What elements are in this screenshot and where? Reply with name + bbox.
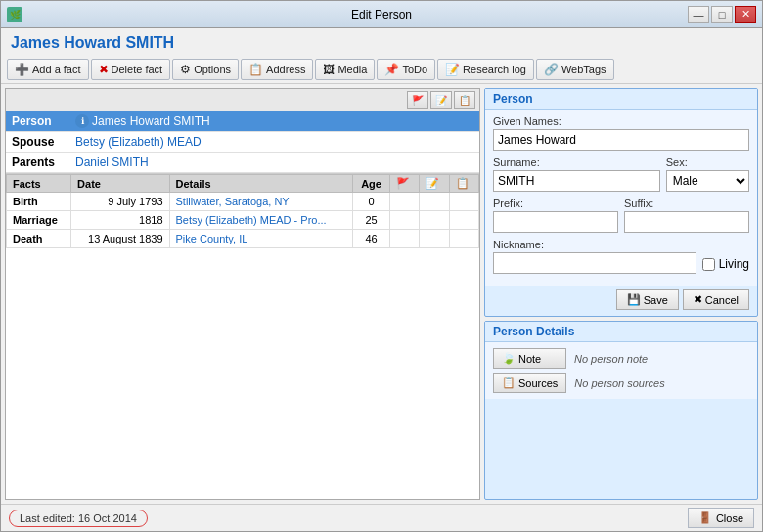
cancel-icon: ✖ — [694, 293, 702, 306]
close-footer-icon: 🚪 — [698, 511, 712, 524]
col-src: 📋 — [449, 175, 478, 193]
webtags-label: WebTags — [561, 64, 606, 75]
media-icon: 🖼 — [323, 63, 335, 76]
fact-age-death: 46 — [353, 230, 390, 248]
parents-value: Daniel SMITH — [75, 155, 149, 169]
options-button[interactable]: ⚙ Options — [172, 59, 239, 80]
living-label: Living — [719, 257, 749, 271]
suffix-input[interactable] — [624, 211, 749, 233]
fact-date-birth: 9 July 1793 — [71, 193, 169, 211]
maximize-button[interactable]: □ — [711, 6, 733, 23]
fact-date-marriage: 1818 — [71, 211, 169, 230]
research-log-button[interactable]: 📝 Research log — [437, 59, 534, 80]
research-log-label: Research log — [463, 64, 526, 75]
col-facts: Facts — [7, 175, 71, 193]
fact-flag-death — [390, 230, 420, 248]
window-title: Edit Person — [351, 8, 412, 22]
sources-button[interactable]: 📋 Sources — [493, 373, 566, 393]
note-label: Note — [518, 353, 541, 365]
main-content: 🚩 📝 📋 Person ℹ James Howard SMITH Spouse… — [1, 84, 762, 504]
surname-input[interactable] — [493, 170, 660, 192]
sources-row: 📋 Sources No person sources — [493, 373, 749, 393]
prefix-label: Prefix: — [493, 198, 618, 209]
delete-fact-label: Delete fact — [112, 64, 163, 75]
person-panel-header: Person — [485, 89, 757, 110]
address-label: Address — [266, 64, 305, 75]
source-mini-button[interactable]: 📋 — [454, 91, 475, 109]
fact-name-birth: Birth — [7, 193, 71, 211]
todo-button[interactable]: 📌 ToDo — [377, 59, 435, 80]
status-bar: Last edited: 16 Oct 2014 🚪 Close — [1, 504, 762, 531]
save-button[interactable]: 💾 Save — [616, 289, 679, 310]
fact-age-birth: 0 — [353, 193, 390, 211]
minimize-button[interactable]: — — [688, 6, 709, 23]
cancel-button[interactable]: ✖ Cancel — [683, 289, 749, 310]
person-icon: ℹ — [75, 114, 89, 128]
title-bar: 🌿 Edit Person — □ ✕ — [1, 1, 762, 28]
nickname-label: Nickname: — [493, 239, 749, 250]
surname-sex-row: Surname: Sex: Male Female Unknown — [493, 156, 749, 198]
table-header-row: Facts Date Details Age 🚩 📝 📋 — [7, 175, 479, 193]
last-edited: Last edited: 16 Oct 2014 — [9, 510, 148, 527]
app-icon: 🌿 — [7, 7, 22, 22]
toolbar: ➕ Add a fact ✖ Delete fact ⚙ Options 📋 A… — [1, 56, 762, 84]
relationships-section: Person ℹ James Howard SMITH Spouse Betsy… — [6, 111, 479, 174]
right-panel: Person Given Names: Surname: Sex: — [484, 88, 758, 500]
person-row[interactable]: Person ℹ James Howard SMITH — [6, 111, 479, 132]
options-label: Options — [194, 64, 231, 75]
sources-text: No person sources — [574, 377, 664, 389]
sex-select[interactable]: Male Female Unknown — [666, 170, 749, 192]
address-button[interactable]: 📋 Address — [241, 59, 313, 80]
flag-button[interactable]: 🚩 — [407, 91, 428, 109]
fact-name-marriage: Marriage — [7, 211, 71, 230]
fact-src-birth — [449, 193, 478, 211]
close-button[interactable]: 🚪 Close — [688, 508, 754, 528]
main-window: 🌿 Edit Person — □ ✕ James Howard SMITH ➕… — [0, 0, 763, 532]
person-panel-body: Given Names: Surname: Sex: Male Fem — [485, 110, 757, 286]
fact-details-death: Pike County, IL — [169, 230, 353, 248]
table-row[interactable]: Marriage 1818 Betsy (Elizabeth) MEAD - P… — [7, 211, 479, 230]
person-name-header: James Howard SMITH — [1, 28, 762, 56]
note-mini-button[interactable]: 📝 — [430, 91, 452, 109]
person-value: James Howard SMITH — [92, 114, 210, 128]
suffix-group: Suffix: — [624, 198, 749, 233]
webtags-button[interactable]: 🔗 WebTags — [536, 59, 614, 80]
living-checkbox-group: Living — [702, 254, 749, 274]
mini-toolbar: 🚩 📝 📋 — [6, 89, 479, 111]
spouse-row[interactable]: Spouse Betsy (Elizabeth) MEAD — [6, 132, 479, 153]
add-fact-label: Add a fact — [32, 64, 81, 75]
col-note: 📝 — [420, 175, 449, 193]
sex-group: Sex: Male Female Unknown — [666, 156, 749, 192]
living-checkbox[interactable] — [702, 258, 715, 271]
surname-label: Surname: — [493, 156, 660, 168]
table-row[interactable]: Death 13 August 1839 Pike County, IL 46 — [7, 230, 479, 248]
prefix-input[interactable] — [493, 211, 618, 233]
nickname-group: Nickname: Living — [493, 239, 749, 274]
delete-fact-button[interactable]: ✖ Delete fact — [91, 59, 171, 80]
add-icon: ➕ — [15, 63, 29, 76]
col-date: Date — [71, 175, 169, 193]
given-names-group: Given Names: — [493, 115, 749, 151]
table-row[interactable]: Birth 9 July 1793 Stillwater, Saratoga, … — [7, 193, 479, 211]
fact-src-death — [449, 230, 478, 248]
add-fact-button[interactable]: ➕ Add a fact — [7, 59, 89, 80]
fact-flag-marriage — [390, 211, 420, 230]
media-button[interactable]: 🖼 Media — [315, 59, 375, 80]
surname-group: Surname: — [493, 156, 660, 192]
fact-date-death: 13 August 1839 — [71, 230, 169, 248]
person-details-body: 🍃 Note No person note 📋 Sources No perso… — [485, 342, 757, 399]
note-button[interactable]: 🍃 Note — [493, 348, 566, 369]
window-controls: — □ ✕ — [688, 6, 756, 23]
save-label: Save — [644, 294, 668, 306]
parents-row[interactable]: Parents Daniel SMITH — [6, 153, 479, 173]
address-icon: 📋 — [248, 63, 263, 76]
col-details: Details — [169, 175, 353, 193]
col-age: Age — [353, 175, 390, 193]
prefix-group: Prefix: — [493, 198, 618, 233]
fact-details-marriage: Betsy (Elizabeth) MEAD - Pro... — [169, 211, 353, 230]
given-names-input[interactable] — [493, 129, 749, 151]
fact-src-marriage — [449, 211, 478, 230]
window-close-button[interactable]: ✕ — [735, 6, 756, 23]
person-label: Person — [12, 114, 75, 128]
nickname-input[interactable] — [493, 252, 696, 274]
